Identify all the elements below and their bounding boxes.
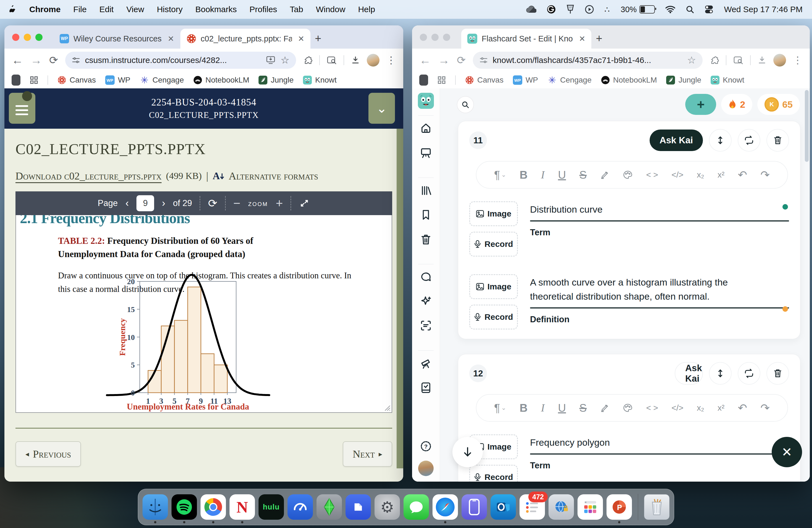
- fmt-redo-icon[interactable]: ↷: [760, 402, 770, 413]
- tab-flashcard-set[interactable]: Flashcard Set - Edit | Knowt ✕: [461, 29, 591, 48]
- close-window-button[interactable]: [420, 34, 427, 41]
- sidebar-scan-text-icon[interactable]: [420, 320, 432, 332]
- grammarly-icon[interactable]: [547, 5, 556, 14]
- sidebar-whiteboard-icon[interactable]: [420, 147, 432, 159]
- bookmark-notebooklm[interactable]: NotebookLM: [193, 76, 249, 85]
- site-settings-icon[interactable]: [72, 56, 80, 64]
- fmt-superscript-icon[interactable]: x²: [717, 171, 724, 179]
- record-audio-button[interactable]: Record: [469, 305, 518, 329]
- fmt-paragraph-icon[interactable]: ¶⌄: [494, 402, 506, 413]
- resize-handle-icon[interactable]: [383, 404, 391, 411]
- previous-page-icon[interactable]: ‹: [126, 197, 129, 209]
- extensions-icon[interactable]: [710, 56, 719, 65]
- term-field[interactable]: Distribution curve Term: [530, 201, 789, 256]
- fmt-bold-icon[interactable]: B: [520, 402, 527, 413]
- onedrive-cloud-icon[interactable]: [525, 5, 536, 13]
- fmt-angle-brackets-icon[interactable]: < >: [646, 404, 658, 412]
- fmt-bold-icon[interactable]: B: [520, 169, 527, 180]
- menu-history[interactable]: History: [157, 5, 183, 14]
- download-link[interactable]: Download c02_lecture_ppts.pptx: [15, 170, 162, 182]
- profile-avatar[interactable]: [367, 54, 379, 67]
- definition-text[interactable]: A smooth curve over a histogram illustra…: [530, 275, 789, 307]
- address-bar[interactable]: knowt.com/flashcards/4357ac71-b9b1-46...…: [473, 52, 702, 69]
- dock-powerpoint-icon[interactable]: P: [607, 494, 632, 520]
- reload-button[interactable]: ⟳: [49, 55, 58, 65]
- delete-card-button[interactable]: [766, 362, 789, 385]
- side-panel-icon[interactable]: [12, 75, 20, 86]
- flip-card-button[interactable]: [738, 362, 760, 385]
- bookmark-cengage[interactable]: ✳Cengage: [547, 75, 592, 85]
- fmt-superscript-icon[interactable]: x²: [717, 404, 724, 412]
- downloads-icon[interactable]: [757, 56, 767, 65]
- close-window-button[interactable]: [12, 34, 19, 41]
- bookmark-wp[interactable]: WPWP: [105, 75, 130, 85]
- dock-iphone-mirroring-icon[interactable]: [462, 494, 487, 520]
- apps-grid-icon[interactable]: [30, 76, 38, 84]
- downloads-icon[interactable]: [351, 56, 360, 65]
- dock-finder-icon[interactable]: [143, 494, 168, 520]
- ask-kai-button[interactable]: Ask Kai: [650, 130, 703, 151]
- apps-grid-icon[interactable]: [437, 76, 446, 84]
- close-overlay-button[interactable]: ✕: [772, 437, 802, 467]
- window-controls[interactable]: [12, 34, 43, 41]
- bookmark-jungle[interactable]: Jungle: [259, 76, 294, 85]
- add-image-button[interactable]: Image: [469, 274, 518, 299]
- coins-pill[interactable]: K 65: [757, 94, 800, 115]
- user-avatar[interactable]: [418, 460, 434, 476]
- bookmark-jungle[interactable]: Jungle: [666, 76, 701, 85]
- fmt-subscript-icon[interactable]: x₂: [697, 171, 704, 179]
- search-tabs-icon[interactable]: [327, 56, 337, 65]
- fmt-code-block-icon[interactable]: </>: [671, 404, 683, 412]
- play-circle-icon[interactable]: [585, 5, 594, 14]
- dock-network-globe-icon[interactable]: [549, 494, 574, 520]
- next-button[interactable]: Next▸: [343, 441, 392, 467]
- forward-button[interactable]: →: [30, 54, 42, 66]
- bookmark-star-icon[interactable]: ☆: [280, 54, 289, 66]
- tab-wiley-course-resources[interactable]: WP Wiley Course Resources ✕: [54, 29, 180, 48]
- fmt-highlighter-icon[interactable]: [600, 403, 610, 413]
- add-image-button[interactable]: Image: [469, 201, 518, 226]
- dock-color-grid-icon[interactable]: [578, 494, 603, 520]
- fmt-underline-icon[interactable]: U: [558, 169, 566, 180]
- close-tab-icon[interactable]: ✕: [168, 34, 174, 43]
- bookmark-cengage[interactable]: ✳Cengage: [140, 75, 184, 85]
- back-button[interactable]: ←: [419, 54, 431, 66]
- spotlight-search-icon[interactable]: [686, 5, 694, 14]
- dock-netflix-icon[interactable]: N: [230, 494, 255, 520]
- dock-draft-blue-icon[interactable]: [346, 494, 371, 520]
- fullscreen-icon[interactable]: [299, 198, 310, 209]
- fmt-strikethrough-icon[interactable]: S: [579, 169, 587, 180]
- bookmark-knowt[interactable]: Knowt: [303, 76, 337, 85]
- address-bar[interactable]: csusm.instructure.com/courses/4282... ☆: [65, 52, 296, 69]
- next-page-icon[interactable]: ›: [162, 197, 165, 209]
- streak-pill[interactable]: 2: [721, 94, 752, 115]
- fmt-angle-brackets-icon[interactable]: < >: [646, 171, 658, 179]
- site-settings-icon[interactable]: [479, 56, 488, 64]
- fmt-palette-icon[interactable]: [623, 170, 633, 179]
- menu-file[interactable]: File: [73, 5, 86, 14]
- rotate-icon[interactable]: ⟳: [208, 197, 217, 210]
- dock-spotify-icon[interactable]: [172, 494, 197, 520]
- zoom-out-icon[interactable]: −: [233, 196, 241, 210]
- bookmark-wp[interactable]: WPWP: [513, 75, 538, 85]
- battery-indicator[interactable]: 30%: [621, 5, 655, 14]
- reorder-button[interactable]: [709, 362, 731, 385]
- definition-field[interactable]: A smooth curve over a histogram illustra…: [530, 274, 789, 329]
- apple-menu-icon[interactable]: [10, 5, 17, 14]
- sidebar-ai-sparkle-icon[interactable]: [420, 295, 432, 307]
- dock-outlook-icon[interactable]: [491, 494, 516, 520]
- window-controls[interactable]: [420, 34, 450, 41]
- menu-bookmarks[interactable]: Bookmarks: [195, 5, 237, 14]
- previous-button[interactable]: ◂Previous: [15, 441, 81, 467]
- ask-kai-button[interactable]: Ask Kai: [675, 362, 703, 385]
- dock-gauge-blue-icon[interactable]: [288, 494, 313, 520]
- fmt-redo-icon[interactable]: ↷: [760, 169, 770, 180]
- search-tabs-icon[interactable]: [733, 56, 743, 65]
- term-field[interactable]: Frequency polygon Term: [530, 435, 789, 482]
- dots-status-icon[interactable]: ∴: [604, 5, 610, 14]
- create-new-button[interactable]: +: [685, 94, 716, 115]
- dock-messages-icon[interactable]: [404, 494, 429, 520]
- menu-bar-clock[interactable]: Wed Sep 17 7:46 PM: [724, 5, 802, 14]
- page-number-input[interactable]: 9: [136, 195, 154, 211]
- fmt-code-block-icon[interactable]: </>: [671, 171, 683, 179]
